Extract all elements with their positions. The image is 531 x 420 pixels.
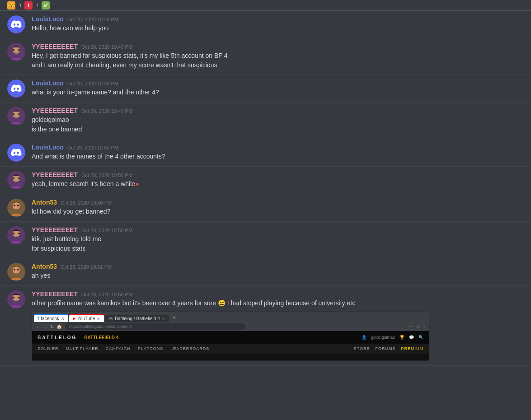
browser-address-bar: ← → ↻ 🏠 https://battlelog.battlefield.co… [32,322,429,331]
message-header: YYEEEEEEEET Oct 28, 2020 10:56 PM [32,290,524,298]
reaction-surprised[interactable]: 😮 [7,1,15,9]
message-header: YYEEEEEEEET Oct 28, 2020 10:49 PM [32,43,524,50]
timestamp: Oct 28, 2020 10:50 PM [61,200,112,205]
bf-nav-platoons: PLATOONS [138,346,163,351]
avatar [7,226,25,244]
timestamp: Oct 28, 2020 10:50 PM [81,228,132,233]
username: Anton53 [32,263,57,270]
user-avatar-girl1 [7,290,25,308]
username: LouisLoco [32,15,64,23]
user-avatar-girl1 [7,226,25,244]
svg-point-6 [13,113,14,115]
message-header: YYEEEEEEEET Oct 28, 2020 10:50 PM [32,171,524,178]
message-content: LouisLoco Oct 28, 2020 10:50 PM And what… [32,144,524,161]
svg-point-26 [13,297,14,299]
username: YYEEEEEEEET [32,226,78,233]
svg-point-27 [18,297,20,299]
avatar [7,171,25,189]
timestamp: Oct 28, 2020 10:49 PM [81,108,132,114]
avatar [7,79,25,98]
message-text: other profile name was kamikos but it's … [32,299,524,308]
message-content: Anton53 Oct 28, 2020 10:51 PM ah yes [32,263,524,280]
top-bar: 😮 1 ⬆ 1 ✅ 1 [0,0,531,11]
svg-point-2 [13,49,14,51]
timestamp: Oct 28, 2020 10:51 PM [61,264,112,270]
message-text: idk, just battlelog told me [32,234,524,244]
message-group: YYEEEEEEEET Oct 28, 2020 10:49 PM goldci… [0,103,531,139]
message-header: LouisLoco Oct 28, 2020 10:49 PM [32,79,524,87]
username: YYEEEEEEEET [32,43,78,50]
screenshot-preview: f facebook ✕ ▶ YouTube ✕ 🎮 Battlelog / B… [32,312,429,361]
chat-container: 😮 1 ⬆ 1 ✅ 1 LouisLoco Oct 28, 2020 10:48… [0,0,531,420]
bf-username: goldcigolmao [371,335,395,340]
svg-point-15 [17,205,19,206]
svg-point-11 [18,177,20,179]
bf-trophy-icon: 🏆 [399,335,404,340]
message-text-2: and I am really not cheating, even my sc… [32,61,524,70]
svg-point-19 [18,233,20,234]
user-avatar-girl1 [7,107,25,125]
avatar [7,15,25,33]
message-group: YYEEEEEEEET Oct 28, 2020 10:56 PM other … [0,286,531,366]
user-avatar-monk [7,199,25,217]
timestamp: Oct 28, 2020 10:49 PM [81,44,132,50]
svg-point-22 [14,269,15,271]
reaction-upvote-count: 1 [36,3,39,8]
user-avatar-monk [7,263,25,281]
message-text-banned: is the one banned [32,125,524,134]
message-text: And what is the names of the 4 other acc… [32,152,524,161]
message-text: yeah, lemme search it's been a while● [32,179,524,189]
browser-tab-new: + [170,314,179,322]
svg-point-7 [18,113,20,115]
message-header: Anton53 Oct 28, 2020 10:50 PM [32,199,524,206]
user-avatar-girl1 [7,43,25,61]
message-content: YYEEEEEEEET Oct 28, 2020 10:49 PM Hey, I… [32,43,524,70]
reaction-surprised-count: 1 [19,3,22,8]
address-bar-url: https://battlelog.battlefield.com/bf4/ [65,323,245,330]
bf-store: STORE [354,346,370,351]
bf-user-icon: 👤 [362,335,367,340]
message-text: goldcigolmao [32,115,524,125]
discord-avatar [7,15,25,33]
message-content: YYEEEEEEEET Oct 28, 2020 10:50 PM yeah, … [32,171,524,189]
browser-tab-battlelog: 🎮 Battlelog / Battlefield 4 ✕ [105,315,169,322]
message-header: YYEEEEEEEET Oct 28, 2020 10:49 PM [32,107,524,114]
message-group: Anton53 Oct 28, 2020 10:51 PM ah yes [0,258,531,286]
username: YYEEEEEEEET [32,107,78,114]
discord-avatar [7,144,25,162]
message-text: Hey, I got banned for suspicious stats, … [32,51,524,61]
battlelog-content: BATTLELOG BATTLEFIELD 4 👤 goldcigolmao 🏆… [32,331,429,360]
message-header: YYEEEEEEEET Oct 28, 2020 10:50 PM [32,226,524,233]
discord-avatar [7,79,25,98]
red-dot: ● [135,180,139,187]
reaction-checkmark-count: 1 [53,3,56,8]
bf-premium: PREMIUM [401,346,424,351]
timestamp: Oct 28, 2020 10:50 PM [67,145,118,150]
timestamp: Oct 28, 2020 10:48 PM [67,17,118,22]
username: Anton53 [32,199,57,206]
message-group: YYEEEEEEEET Oct 28, 2020 10:50 PM idk, j… [0,222,531,258]
browser-tab-facebook: f facebook ✕ [34,314,68,322]
timestamp: Oct 28, 2020 10:49 PM [67,81,118,86]
username: YYEEEEEEEET [32,290,78,298]
message-header: LouisLoco Oct 28, 2020 10:48 PM [32,15,524,23]
bf-nav-campaign: CAMPAIGN [106,346,131,351]
bf-nav-leaderboards: LEADERBOARDS [170,346,209,351]
message-header: LouisLoco Oct 28, 2020 10:50 PM [32,144,524,151]
avatar [7,290,25,308]
bf-nav-multiplayer: MULTIPLAYER [66,346,99,351]
message-text: what is your in-game name? and the other… [32,88,524,97]
message-content: LouisLoco Oct 28, 2020 10:49 PM what is … [32,79,524,97]
bf-chat-icon: 💬 [409,335,414,340]
message-content: Anton53 Oct 28, 2020 10:50 PM lol how di… [32,199,524,216]
message-group: Anton53 Oct 28, 2020 10:50 PM lol how di… [0,194,531,222]
message-text: Hello, how can we help you [32,23,524,33]
reaction-upvote[interactable]: ⬆ [24,1,33,9]
message-group: YYEEEEEEEET Oct 28, 2020 10:50 PM yeah, … [0,167,531,194]
message-group: LouisLoco Oct 28, 2020 10:49 PM what is … [0,75,531,103]
reaction-checkmark[interactable]: ✅ [42,1,50,9]
message-content: LouisLoco Oct 28, 2020 10:48 PM Hello, h… [32,15,524,33]
message-content: YYEEEEEEEET Oct 28, 2020 10:50 PM idk, j… [32,226,524,253]
svg-point-3 [18,49,20,51]
avatar [7,107,25,125]
